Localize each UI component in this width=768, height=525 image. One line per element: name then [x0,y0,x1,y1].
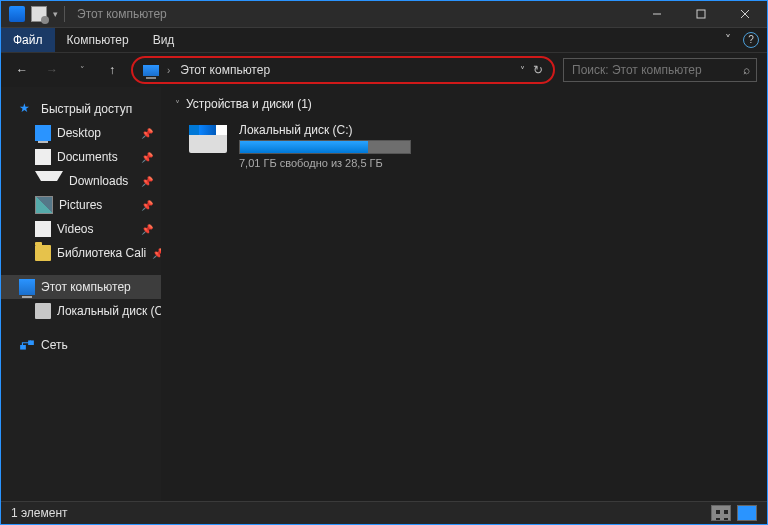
sidebar-item-label: Быстрый доступ [41,102,132,116]
ribbon-expand-icon[interactable]: ˅ [725,33,731,47]
sidebar-item-this-pc[interactable]: Этот компьютер [1,275,161,299]
drive-info: Локальный диск (C:) 7,01 ГБ свободно из … [239,123,411,169]
tab-computer[interactable]: Компьютер [55,28,141,52]
refresh-icon[interactable]: ↻ [533,63,543,77]
nav-pane: ★ Быстрый доступ Desktop 📌 Documents 📌 D… [1,87,161,501]
address-history-icon[interactable]: ˅ [520,65,525,76]
view-tiles-button[interactable] [711,505,731,521]
nav-address-row: ← → ˅ ↑ › ˅ ↻ ⌕ [1,53,767,87]
sidebar-item-pictures[interactable]: Pictures 📌 [1,193,161,217]
sidebar-item-label: Documents [57,150,118,164]
search-icon[interactable]: ⌕ [743,63,750,77]
chevron-down-icon[interactable]: ˅ [175,99,180,110]
view-details-button[interactable] [737,505,757,521]
document-icon [35,149,51,165]
sidebar-item-label: Desktop [57,126,101,140]
qat-dropdown-icon[interactable]: ▾ [53,9,58,19]
pin-icon: 📌 [141,200,153,211]
tab-file[interactable]: Файл [1,28,55,52]
videos-icon [35,221,51,237]
sidebar-item-label: Pictures [59,198,102,212]
chevron-right-icon[interactable]: › [167,65,170,76]
sidebar-item-documents[interactable]: Documents 📌 [1,145,161,169]
ribbon-tabs: Файл Компьютер Вид ˅ ? [1,28,767,53]
sidebar-item-network[interactable]: Сеть [1,333,161,357]
app-icon [9,6,25,22]
download-icon [35,171,63,197]
explorer-window: ▾ Этот компьютер Файл Компьютер Вид ˅ ? … [0,0,768,525]
status-bar: 1 элемент [1,501,767,524]
back-button[interactable]: ← [11,59,33,81]
drive-icon [189,125,227,153]
pin-icon: 📌 [141,224,153,235]
help-icon[interactable]: ? [743,32,759,48]
drive-usage-fill [240,141,368,153]
sidebar-item-desktop[interactable]: Desktop 📌 [1,121,161,145]
svg-rect-4 [20,345,26,350]
address-bar[interactable]: › ˅ ↻ [131,56,555,84]
status-item-count: 1 элемент [11,506,68,520]
title-bar: ▾ Этот компьютер [1,1,767,28]
minimize-button[interactable] [635,1,679,27]
qat-properties-icon[interactable] [31,6,47,22]
pin-icon: 📌 [141,128,153,139]
drive-subtext: 7,01 ГБ свободно из 28,5 ГБ [239,157,411,169]
drive-name: Локальный диск (C:) [239,123,411,137]
sidebar-item-downloads[interactable]: Downloads 📌 [1,169,161,193]
group-header-devices-and-drives[interactable]: ˅ Устройства и диски (1) [161,87,767,117]
sidebar-item-label: Библиотека Cali [57,246,146,260]
view-mode-buttons [711,505,757,521]
drive-local-c[interactable]: Локальный диск (C:) 7,01 ГБ свободно из … [161,117,767,169]
sidebar-item-label: Сеть [41,338,68,352]
tab-view[interactable]: Вид [141,28,187,52]
pin-icon: 📌 [141,152,153,163]
sidebar-item-label: Этот компьютер [41,280,131,294]
sidebar-item-local-disk-c[interactable]: Локальный диск (C [1,299,161,323]
maximize-button[interactable] [679,1,723,27]
folder-icon [35,245,51,261]
drive-usage-bar [239,140,411,154]
address-right: ˅ ↻ [520,63,543,77]
address-path[interactable] [178,62,442,78]
pin-icon: 📌 [152,248,161,259]
close-button[interactable] [723,1,767,27]
content-area: ˅ Устройства и диски (1) Локальный диск … [161,87,767,501]
this-pc-icon [19,279,35,295]
window-controls [635,1,767,27]
recent-locations-icon[interactable]: ˅ [71,59,93,81]
desktop-icon [35,125,51,141]
group-header-label: Устройства и диски (1) [186,97,312,111]
search-input[interactable] [570,62,743,78]
body: ★ Быстрый доступ Desktop 📌 Documents 📌 D… [1,87,767,501]
sidebar-item-label: Downloads [69,174,128,188]
hdd-icon [35,303,51,319]
sidebar-item-videos[interactable]: Videos 📌 [1,217,161,241]
this-pc-icon [143,65,159,76]
qat-separator [64,6,65,22]
forward-button[interactable]: → [41,59,63,81]
window-title: Этот компьютер [73,7,167,21]
title-bar-left: ▾ Этот компьютер [1,1,167,27]
search-box[interactable]: ⌕ [563,58,757,82]
pictures-icon [35,196,53,214]
network-icon [19,337,35,353]
sidebar-item-quick-access[interactable]: ★ Быстрый доступ [1,97,161,121]
sidebar-item-label: Videos [57,222,93,236]
svg-rect-1 [697,10,705,18]
sidebar-item-calibre-library[interactable]: Библиотека Cali 📌 [1,241,161,265]
quick-access-toolbar: ▾ [1,1,73,27]
up-button[interactable]: ↑ [101,59,123,81]
star-icon: ★ [19,101,35,117]
sidebar-item-label: Локальный диск (C [57,304,161,318]
pin-icon: 📌 [141,176,153,187]
